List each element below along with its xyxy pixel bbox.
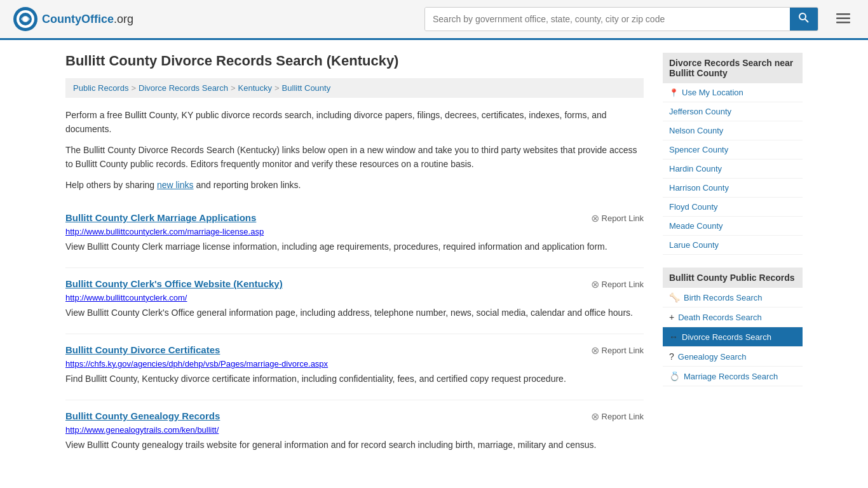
- nearby-title: Divorce Records Search near Bullitt Coun…: [663, 53, 803, 83]
- result-title-link[interactable]: Bullitt County Genealogy Records: [65, 410, 220, 421]
- report-link[interactable]: ⊗ Report Link: [591, 212, 644, 224]
- use-location-link[interactable]: Use My Location: [682, 88, 743, 97]
- result-desc: View Bullitt County Clerk marriage licen…: [65, 240, 644, 254]
- sep2: >: [231, 83, 236, 93]
- nearby-county-link[interactable]: Harrison County: [669, 183, 729, 193]
- report-link[interactable]: ⊗ Report Link: [591, 410, 644, 423]
- public-record-link[interactable]: Genealogy Search: [678, 352, 747, 362]
- breadcrumb-bullitt-county[interactable]: Bullitt County: [282, 83, 331, 93]
- report-label: Report Link: [602, 346, 644, 355]
- result-header: Bullitt County Divorce Certificates ⊗ Re…: [65, 344, 644, 356]
- public-records-title: Bullitt County Public Records: [663, 268, 803, 288]
- sidebar: Divorce Records Search near Bullitt Coun…: [663, 53, 803, 452]
- result-item: Bullitt County Clerk's Office Website (K…: [65, 268, 644, 320]
- result-url[interactable]: https://chfs.ky.gov/agencies/dph/dehp/vs…: [65, 359, 644, 369]
- report-link[interactable]: ⊗ Report Link: [591, 278, 644, 290]
- result-title-link[interactable]: Bullitt County Divorce Certificates: [65, 344, 220, 355]
- nearby-county-item[interactable]: Harrison County: [663, 179, 803, 198]
- result-desc: View Bullitt County genealogy trails web…: [65, 438, 644, 452]
- sep3: >: [275, 83, 280, 93]
- public-records-list: 🦴Birth Records Search+Death Records Sear…: [663, 288, 803, 386]
- report-icon: ⊗: [591, 278, 599, 290]
- nearby-section: Divorce Records Search near Bullitt Coun…: [663, 53, 803, 255]
- nearby-county-item[interactable]: Spencer County: [663, 140, 803, 159]
- nearby-county-link[interactable]: Meade County: [669, 221, 723, 231]
- result-url[interactable]: http://www.bullittcountyclerk.com/: [65, 293, 644, 302]
- result-desc: Find Bullitt County, Kentucky divorce ce…: [65, 372, 644, 386]
- record-icon: 🦴: [669, 292, 680, 302]
- main-container: Bullitt County Divorce Records Search (K…: [53, 40, 815, 464]
- search-input[interactable]: [425, 8, 790, 30]
- breadcrumb-public-records[interactable]: Public Records: [73, 83, 128, 93]
- public-record-item[interactable]: 🦴Birth Records Search: [663, 288, 803, 308]
- public-records-section: Bullitt County Public Records 🦴Birth Rec…: [663, 268, 803, 386]
- record-icon: +: [669, 312, 674, 322]
- public-record-link[interactable]: Marriage Records Search: [684, 372, 778, 381]
- breadcrumb-divorce-records[interactable]: Divorce Records Search: [139, 83, 228, 93]
- nearby-county-item[interactable]: Floyd County: [663, 198, 803, 217]
- result-title-link[interactable]: Bullitt County Clerk's Office Website (K…: [65, 278, 283, 289]
- result-header: Bullitt County Genealogy Records ⊗ Repor…: [65, 410, 644, 423]
- result-header: Bullitt County Clerk's Office Website (K…: [65, 278, 644, 290]
- search-bar: [424, 7, 818, 31]
- nearby-county-item[interactable]: Nelson County: [663, 121, 803, 140]
- public-record-link[interactable]: Divorce Records Search: [682, 332, 771, 342]
- public-record-item[interactable]: +Death Records Search: [663, 308, 803, 327]
- report-icon: ⊗: [591, 212, 599, 224]
- result-url-link[interactable]: https://chfs.ky.gov/agencies/dph/dehp/vs…: [65, 359, 328, 369]
- result-desc: View Bullitt County Clerk's Office gener…: [65, 306, 644, 320]
- public-record-link[interactable]: Birth Records Search: [684, 293, 763, 302]
- description-2: The Bullitt County Divorce Records Searc…: [65, 143, 644, 172]
- nearby-county-item[interactable]: Jefferson County: [663, 102, 803, 121]
- nearby-county-link[interactable]: Jefferson County: [669, 107, 731, 116]
- public-record-link[interactable]: Death Records Search: [678, 313, 762, 322]
- breadcrumb: Public Records > Divorce Records Search …: [65, 78, 644, 98]
- nearby-county-link[interactable]: Hardin County: [669, 164, 722, 173]
- svg-rect-8: [836, 22, 850, 24]
- use-location-item[interactable]: Use My Location: [663, 83, 803, 102]
- nearby-county-link[interactable]: Spencer County: [669, 145, 728, 154]
- report-link[interactable]: ⊗ Report Link: [591, 344, 644, 356]
- report-label: Report Link: [602, 412, 644, 421]
- result-url-link[interactable]: http://www.genealogytrails.com/ken/bulli…: [65, 425, 219, 435]
- public-record-item[interactable]: 💍Marriage Records Search: [663, 367, 803, 386]
- public-record-item[interactable]: ↔Divorce Records Search: [663, 327, 803, 347]
- logo-text: CountyOffice.org: [42, 13, 133, 26]
- site-logo[interactable]: CountyOffice.org: [13, 6, 133, 32]
- result-item: Bullitt County Genealogy Records ⊗ Repor…: [65, 400, 644, 452]
- description-1: Perform a free Bullitt County, KY public…: [65, 108, 644, 137]
- nearby-county-item[interactable]: Larue County: [663, 236, 803, 255]
- breadcrumb-kentucky[interactable]: Kentucky: [238, 83, 272, 93]
- desc3-post: and reporting broken links.: [194, 180, 301, 190]
- result-url-link[interactable]: http://www.bullittcountyclerk.com/: [65, 293, 187, 302]
- logo-icon: [13, 6, 38, 32]
- svg-line-5: [805, 19, 808, 22]
- search-button[interactable]: [790, 8, 818, 30]
- page-title: Bullitt County Divorce Records Search (K…: [65, 53, 644, 69]
- nearby-county-item[interactable]: Meade County: [663, 217, 803, 236]
- svg-rect-7: [836, 18, 850, 20]
- report-label: Report Link: [602, 280, 644, 289]
- site-header: CountyOffice.org: [0, 0, 868, 40]
- report-icon: ⊗: [591, 410, 599, 423]
- result-url[interactable]: http://www.genealogytrails.com/ken/bulli…: [65, 425, 644, 435]
- new-links-link[interactable]: new links: [157, 180, 194, 190]
- result-url-link[interactable]: http://www.bullittcountyclerk.com/marria…: [65, 227, 264, 236]
- desc3-pre: Help others by sharing: [65, 180, 157, 190]
- description-3: Help others by sharing new links and rep…: [65, 178, 644, 192]
- svg-point-4: [799, 13, 806, 20]
- nearby-county-link[interactable]: Larue County: [669, 240, 719, 250]
- nearby-county-link[interactable]: Nelson County: [669, 126, 723, 135]
- menu-button[interactable]: [831, 8, 855, 30]
- record-icon: ↔: [669, 332, 678, 342]
- results-container: Bullitt County Clerk Marriage Applicatio…: [65, 202, 644, 452]
- report-label: Report Link: [602, 214, 644, 223]
- result-item: Bullitt County Divorce Certificates ⊗ Re…: [65, 334, 644, 386]
- result-header: Bullitt County Clerk Marriage Applicatio…: [65, 212, 644, 224]
- nearby-county-link[interactable]: Floyd County: [669, 202, 718, 212]
- content-area: Bullitt County Divorce Records Search (K…: [65, 53, 644, 452]
- nearby-county-item[interactable]: Hardin County: [663, 159, 803, 179]
- public-record-item[interactable]: ?Genealogy Search: [663, 347, 803, 367]
- result-url[interactable]: http://www.bullittcountyclerk.com/marria…: [65, 227, 644, 236]
- result-title-link[interactable]: Bullitt County Clerk Marriage Applicatio…: [65, 212, 256, 223]
